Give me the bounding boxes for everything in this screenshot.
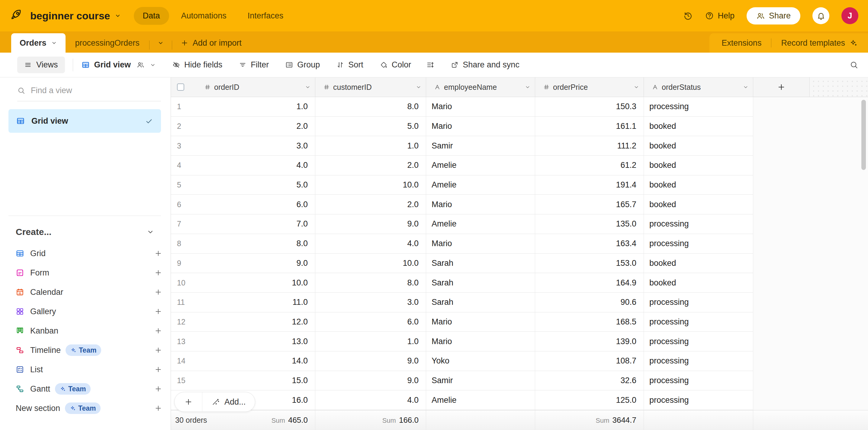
color-button[interactable]: Color (380, 60, 411, 69)
tab-processing-orders[interactable]: processingOrders (65, 33, 149, 53)
tab-orders[interactable]: Orders (11, 33, 65, 53)
cell-orderStatus[interactable]: processing (644, 391, 753, 410)
cell-orderStatus[interactable]: booked (644, 156, 753, 175)
cell-orderPrice[interactable]: 32.6 (535, 371, 644, 391)
cell-customerID[interactable]: 2.0 (315, 195, 426, 214)
add-view-plus-icon[interactable] (154, 404, 162, 412)
add-view-plus-icon[interactable] (154, 327, 162, 335)
cell-employeeName[interactable]: Sarah (426, 293, 535, 312)
summary-cell-orderID[interactable]: 30 ordersSum465.0 (171, 410, 315, 430)
chevron-down-icon[interactable] (305, 84, 311, 90)
cell-orderStatus[interactable]: processing (644, 332, 753, 351)
cell-customerID[interactable]: 9.0 (315, 214, 426, 234)
cell-orderID[interactable]: 11.0 (171, 97, 315, 116)
cell-orderID[interactable]: 88.0 (171, 234, 315, 253)
cell-employeeName[interactable]: Amelie (426, 214, 535, 234)
history-icon[interactable] (683, 11, 693, 21)
base-title[interactable]: beginner course (30, 10, 110, 22)
group-button[interactable]: Group (285, 60, 320, 69)
help-button[interactable]: Help (705, 11, 735, 21)
user-avatar[interactable]: J (841, 7, 858, 24)
cell-orderPrice[interactable]: 125.0 (535, 391, 644, 410)
cell-orderID[interactable]: 1010.0 (171, 273, 315, 292)
cell-orderStatus[interactable]: booked (644, 195, 753, 214)
cell-orderStatus[interactable]: booked (644, 175, 753, 195)
search-icon[interactable] (849, 60, 858, 69)
create-view-item-kanban[interactable]: Kanban (0, 321, 170, 341)
cell-customerID[interactable]: 10.0 (315, 175, 426, 195)
cell-orderID[interactable]: 1414.0 (171, 351, 315, 371)
tab-list-chevron[interactable] (150, 33, 172, 53)
cell-customerID[interactable]: 1.0 (315, 136, 426, 155)
cell-customerID[interactable]: 9.0 (315, 371, 426, 391)
cell-customerID[interactable]: 4.0 (315, 391, 426, 410)
cell-customerID[interactable]: 2.0 (315, 156, 426, 175)
cell-orderStatus[interactable]: processing (644, 234, 753, 253)
add-view-plus-icon[interactable] (154, 269, 162, 277)
column-header-orderStatus[interactable]: orderStatus (644, 78, 753, 97)
cell-orderPrice[interactable]: 90.6 (535, 293, 644, 312)
cell-employeeName[interactable]: Mario (426, 234, 535, 253)
sort-button[interactable]: Sort (336, 60, 363, 69)
share-and-sync-button[interactable]: Share and sync (451, 60, 520, 69)
cell-customerID[interactable]: 4.0 (315, 234, 426, 253)
cell-orderID[interactable]: 44.0 (171, 156, 315, 175)
cell-employeeName[interactable]: Sarah (426, 254, 535, 273)
cell-orderPrice[interactable]: 168.5 (535, 312, 644, 332)
find-view-input[interactable] (31, 86, 161, 95)
cell-orderPrice[interactable]: 191.4 (535, 175, 644, 195)
add-field-button[interactable] (753, 78, 810, 97)
cell-customerID[interactable]: 1.0 (315, 332, 426, 351)
sidebar-view-grid-view[interactable]: Grid view (8, 109, 161, 133)
add-view-plus-icon[interactable] (154, 366, 162, 373)
cell-orderPrice[interactable]: 108.7 (535, 351, 644, 371)
column-header-orderPrice[interactable]: orderPrice (535, 78, 644, 97)
cell-orderID[interactable]: 22.0 (171, 117, 315, 136)
filter-button[interactable]: Filter (239, 60, 269, 69)
summary-cell-employeeName[interactable] (426, 410, 535, 430)
cell-customerID[interactable]: 6.0 (315, 312, 426, 332)
vertical-scrollbar[interactable] (861, 100, 866, 170)
cell-orderPrice[interactable]: 165.7 (535, 195, 644, 214)
create-section-header[interactable]: Create... (8, 227, 161, 237)
create-view-item-timeline[interactable]: TimelineTeam (0, 341, 170, 360)
record-templates-button[interactable]: Record templates (781, 38, 858, 48)
share-button[interactable]: Share (747, 7, 800, 25)
cell-orderStatus[interactable]: booked (644, 117, 753, 136)
cell-employeeName[interactable]: Mario (426, 117, 535, 136)
cell-orderStatus[interactable]: processing (644, 293, 753, 312)
add-record-button[interactable] (175, 392, 203, 411)
cell-employeeName[interactable]: Mario (426, 312, 535, 332)
row-height-button[interactable] (426, 61, 434, 69)
add-view-plus-icon[interactable] (154, 288, 162, 296)
chevron-down-icon[interactable] (415, 84, 422, 90)
create-view-item-calendar[interactable]: 31Calendar (0, 282, 170, 302)
cell-orderStatus[interactable]: processing (644, 312, 753, 332)
cell-orderStatus[interactable]: processing (644, 97, 753, 116)
cell-customerID[interactable]: 10.0 (315, 254, 426, 273)
cell-orderID[interactable]: 55.0 (171, 175, 315, 195)
hide-fields-button[interactable]: Hide fields (172, 60, 222, 69)
cell-employeeName[interactable]: Yoko (426, 351, 535, 371)
cell-customerID[interactable]: 9.0 (315, 351, 426, 371)
cell-orderID[interactable]: 99.0 (171, 254, 315, 273)
chevron-down-icon[interactable] (525, 84, 531, 90)
chevron-down-icon[interactable] (51, 40, 57, 46)
cell-employeeName[interactable]: Sarah (426, 273, 535, 292)
cell-employeeName[interactable]: Mario (426, 97, 535, 116)
cell-orderStatus[interactable]: booked (644, 136, 753, 155)
cell-orderPrice[interactable]: 161.1 (535, 117, 644, 136)
nav-data[interactable]: Data (134, 7, 169, 25)
chevron-down-icon[interactable] (115, 12, 121, 19)
create-view-item-grid[interactable]: Grid (0, 244, 170, 263)
add-with-ai-button[interactable]: Add... (203, 392, 255, 411)
cell-employeeName[interactable]: Amelie (426, 391, 535, 410)
add-view-plus-icon[interactable] (154, 385, 162, 393)
add-view-plus-icon[interactable] (154, 346, 162, 354)
cell-customerID[interactable]: 3.0 (315, 293, 426, 312)
add-or-import-button[interactable]: Add or import (172, 33, 250, 53)
summary-cell-orderPrice[interactable]: Sum3644.7 (535, 410, 644, 430)
cell-employeeName[interactable]: Amelie (426, 175, 535, 195)
nav-automations[interactable]: Automations (172, 7, 236, 25)
cell-orderID[interactable]: 33.0 (171, 136, 315, 155)
